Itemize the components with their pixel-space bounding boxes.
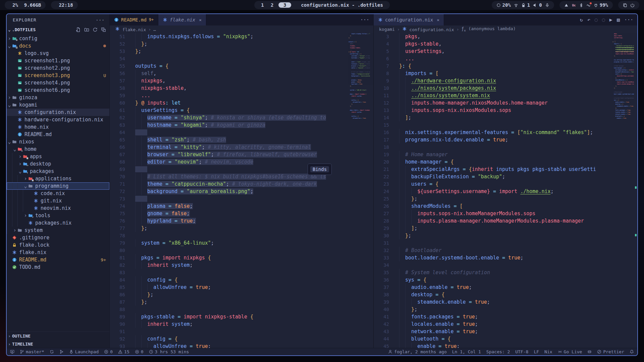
tab-README.md[interactable]: README.md9+ xyxy=(110,14,158,25)
code-line-11[interactable]: 11 ../nixos/system/system.nix xyxy=(374,92,612,99)
clock-module[interactable]: 22:18 xyxy=(51,1,77,9)
code-line-73[interactable]: 73 xyxy=(110,195,348,202)
status-lf[interactable]: LF xyxy=(534,349,539,354)
status-utf-8[interactable]: UTF-8 xyxy=(515,349,528,354)
tab-flake.nix[interactable]: flake.nix× xyxy=(158,14,206,25)
tree-item-flake.lock[interactable]: flake.lock xyxy=(7,241,109,249)
tree-item-neovim.nix[interactable]: neovim.nix xyxy=(7,204,109,212)
code-line-43[interactable]: 43 network.enable = true; xyxy=(374,328,612,335)
code-line-86[interactable]: 86 }; xyxy=(110,291,348,298)
code-line-72[interactable]: 72 background = "aurora_borealis.png"; xyxy=(110,188,348,195)
ring-item[interactable]: 20% xyxy=(496,2,511,8)
status-0[interactable]: 0 xyxy=(104,349,113,354)
tree-item-screenshot6.png[interactable]: screenshot6.png xyxy=(7,86,109,94)
tree-item-config[interactable]: ›⚙config xyxy=(7,35,109,42)
code-line-7[interactable]: 7}: { xyxy=(374,62,612,70)
code-line-85[interactable]: 85 allowUnfree = true; xyxy=(110,284,348,291)
tree-item-ginoza[interactable]: ›ginoza xyxy=(7,94,109,101)
code-line-21[interactable]: 21 extraSpecialArgs = {inherit inputs pk… xyxy=(374,166,612,173)
status-bell-icon[interactable] xyxy=(630,350,634,354)
new-folder-icon[interactable] xyxy=(84,27,89,32)
split-editor-icon[interactable]: ▧ xyxy=(617,17,620,23)
code-line-13[interactable]: 13 inputs.sops-nix.nixosModules.sops xyxy=(374,107,612,114)
code-line-65[interactable]: 65 shell = "zsh"; # bash, zsh xyxy=(110,136,348,143)
tree-item-git.nix[interactable]: git.nix xyxy=(7,197,109,204)
file-history-icon[interactable]: ↻ xyxy=(580,17,583,23)
status-ln-1-col-1[interactable]: Ln 1, Col 1 xyxy=(452,349,481,354)
prev-change-icon[interactable]: ◯ xyxy=(595,17,598,23)
close-tab-icon[interactable]: × xyxy=(437,17,439,22)
code-line-83[interactable]: 83 xyxy=(110,269,348,276)
tree-item-configuration.nix[interactable]: configuration.nix xyxy=(7,109,109,116)
power-item[interactable] xyxy=(630,3,635,7)
code-line-22[interactable]: 22 backupFileExtension = "backup"; xyxy=(374,173,612,180)
tree-item-nixos[interactable]: ⌄nixos xyxy=(7,138,109,145)
status-git-graph-icon[interactable] xyxy=(59,350,64,354)
code-line-30[interactable]: 30 }; xyxy=(374,232,612,239)
minimap[interactable]: pkgs, pkgs-stable, userSettings, ...}: {… xyxy=(612,33,634,348)
code-line-64[interactable]: 64 xyxy=(110,129,348,136)
code-line-92[interactable]: 92 config = { xyxy=(110,335,348,343)
session-module[interactable] xyxy=(618,1,639,9)
timeline-section[interactable]: › TIMELINE xyxy=(7,340,109,348)
tree-item-desktop[interactable]: ›▭desktop xyxy=(7,160,109,168)
tree-item-applications[interactable]: ›▦applications xyxy=(7,175,109,182)
code-line-36[interactable]: 36 sys = { xyxy=(374,276,612,284)
code-line-63[interactable]: 63 hostname = "kogami"; # kogami or gino… xyxy=(110,121,348,129)
code-line-89[interactable]: 89 pkgs-stable = import nixpkgs-stable { xyxy=(110,313,348,320)
code-line-76[interactable]: 76 hyprland = true; xyxy=(110,217,348,225)
code-line-44[interactable]: 44 bluetooth = { xyxy=(374,335,612,343)
tree-item-tools[interactable]: ›↗tools xyxy=(7,212,109,219)
more-actions-icon[interactable]: ··· xyxy=(360,17,369,23)
outline-section[interactable]: › OUTLINE xyxy=(7,332,109,340)
status-copilot-icon[interactable] xyxy=(587,350,592,354)
code-line-6[interactable]: 6 ... xyxy=(374,55,612,62)
code-line-14[interactable]: 14 ]; xyxy=(374,114,612,121)
code-line-87[interactable]: 87 }; xyxy=(110,298,348,306)
code-line-71[interactable]: 71 theme = "catppuccin-mocha"; # tokyo-n… xyxy=(110,180,348,188)
code-line-33[interactable]: 33 boot.loader.systemd-boot.enable = tru… xyxy=(374,254,612,261)
code-line-60[interactable]: 60} @ inputs: let xyxy=(110,99,348,107)
run-code-icon[interactable]: ▶ xyxy=(609,17,612,23)
tree-item-system[interactable]: ›system xyxy=(7,227,109,234)
code-line-52[interactable]: 52 }; xyxy=(110,40,348,48)
code-line-62[interactable]: 62 username = "shinya"; # konsta or shin… xyxy=(110,114,348,121)
status-3-hrs-53-mins[interactable]: 3 hrs 53 mins xyxy=(149,349,189,354)
code-line-84[interactable]: 84 config = { xyxy=(110,276,348,284)
code-line-29[interactable]: 29 ]; xyxy=(374,225,612,232)
hardware-module[interactable]: 20%10 xyxy=(492,1,554,9)
speaker-item[interactable]: 0 xyxy=(533,2,542,8)
code-line-90[interactable]: 90 inherit system; xyxy=(110,320,348,328)
tree-item-screenshot1.png[interactable]: screenshot1.png xyxy=(7,57,109,64)
tree-item-kogami[interactable]: ⌄kogami xyxy=(7,101,109,109)
status-master-[interactable]: master* xyxy=(20,349,44,354)
status-foglar-2-months-ago[interactable]: foglar, 2 months ago xyxy=(388,349,447,354)
workspace-2[interactable]: 2 xyxy=(269,2,275,8)
code-line-18[interactable]: 18 xyxy=(374,143,612,151)
collapse-icon[interactable] xyxy=(101,27,106,32)
code-line-93[interactable]: 93 allowUnfree = true; xyxy=(110,343,348,348)
code-editor[interactable]: 3 pkgs,4 pkgs-stable,5 userSettings,6 ..… xyxy=(374,33,637,348)
code-line-41[interactable]: 41 fonts.packages = true; xyxy=(374,313,612,320)
code-line-20[interactable]: 20 home-manager = { xyxy=(374,158,612,166)
tree-item-packages[interactable]: ⌄↑packages xyxy=(7,168,109,175)
tree-item-home.nix[interactable]: home.nix xyxy=(7,123,109,131)
system-stats-module[interactable]: 2% 9.66GB xyxy=(5,1,46,9)
explorer-more-actions-icon[interactable]: ··· xyxy=(96,17,105,22)
net-triangle-item[interactable] xyxy=(564,3,569,7)
status-nix[interactable]: Nix xyxy=(544,349,552,354)
workspace-1[interactable]: 1 xyxy=(259,2,266,8)
plug-item[interactable]: 99% xyxy=(594,2,608,8)
code-line-27[interactable]: 27 inputs.sops-nix.homeManagerModules.so… xyxy=(374,210,612,217)
tree-item-code.nix[interactable]: code.nix xyxy=(7,190,109,197)
code-line-42[interactable]: 42 locales.enable = true; xyxy=(374,320,612,328)
status-prettier[interactable]: Prettier xyxy=(597,349,624,354)
code-line-82[interactable]: 82 inherit system; xyxy=(110,261,348,269)
code-line-3[interactable]: 3 pkgs, xyxy=(374,33,612,40)
code-line-81[interactable]: 81 pkgs = import nixpkgs { xyxy=(110,254,348,261)
tree-item-hardware-configuration.nix[interactable]: hardware-configuration.nix xyxy=(7,116,109,123)
code-line-17[interactable]: 17 programs.nix-ld.dev.enable = true; xyxy=(374,136,612,143)
tree-item-screenshot2.png[interactable]: screenshot2.png xyxy=(7,64,109,72)
code-line-32[interactable]: 32 # Bootloader xyxy=(374,247,612,254)
code-line-91[interactable]: 91 xyxy=(110,328,348,335)
